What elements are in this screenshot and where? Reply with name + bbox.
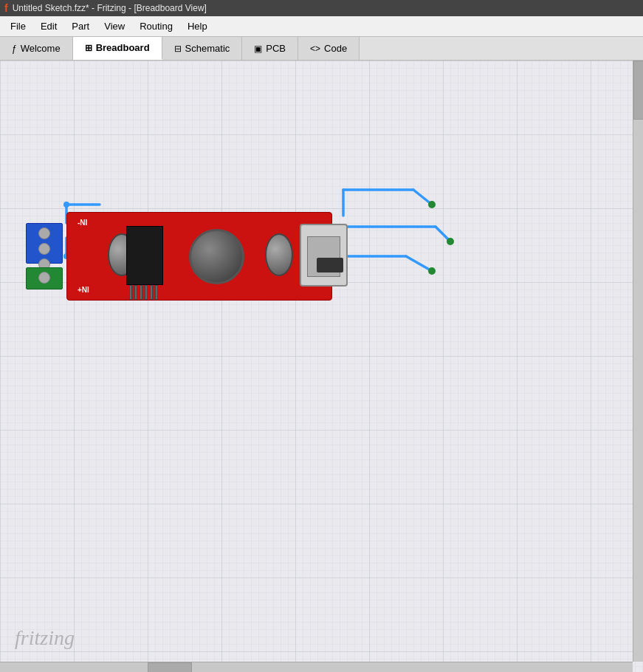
- tab-welcome[interactable]: ƒ Welcome: [0, 37, 73, 60]
- menu-bar: File Edit Part View Routing Help: [0, 16, 643, 37]
- window-title: Untitled Sketch.fzz* - Fritzing - [Bread…: [13, 3, 207, 13]
- menu-file[interactable]: File: [3, 18, 33, 34]
- terminal-block-blue: [26, 223, 63, 264]
- app-icon: f: [4, 2, 8, 14]
- ic-pins: [129, 278, 160, 300]
- ic-pin-3: [140, 285, 142, 300]
- tab-breadboard[interactable]: ⊞ Breadboard: [73, 37, 162, 60]
- tab-pcb-label: PCB: [266, 43, 286, 54]
- usb-port: [317, 258, 343, 272]
- terminal-screw-4: [38, 272, 50, 284]
- menu-routing[interactable]: Routing: [132, 18, 180, 34]
- ic-pin-5: [150, 285, 153, 300]
- tab-schematic[interactable]: ⊟ Schematic: [162, 37, 243, 60]
- terminal-block-green: [26, 267, 63, 289]
- terminal-block: [26, 223, 63, 289]
- ni-top-label: -NI: [78, 219, 87, 227]
- pcb-icon: ▣: [254, 44, 262, 54]
- tab-code[interactable]: <> Code: [298, 37, 360, 60]
- code-icon: <>: [310, 44, 320, 54]
- ic-chip: [126, 226, 163, 285]
- tab-bar: ƒ Welcome ⊞ Breadboard ⊟ Schematic ▣ PCB…: [0, 37, 643, 61]
- menu-view[interactable]: View: [97, 18, 132, 34]
- ic-pin-6: [155, 285, 158, 300]
- ic-pin-2: [134, 285, 137, 300]
- svg-rect-2: [0, 61, 643, 672]
- inductor: [189, 229, 244, 284]
- tab-welcome-label: Welcome: [21, 43, 61, 54]
- canvas-area[interactable]: -NI +NI: [0, 61, 643, 672]
- tab-schematic-label: Schematic: [185, 43, 230, 54]
- ic-pin-4: [145, 285, 148, 300]
- breadboard-icon: ⊞: [85, 43, 92, 53]
- scrollbar-bottom[interactable]: [0, 662, 633, 672]
- scrollbar-bottom-thumb[interactable]: [148, 662, 192, 672]
- fritzing-logo: fritzing: [15, 626, 75, 650]
- menu-edit[interactable]: Edit: [33, 18, 64, 34]
- terminal-screw-1: [38, 227, 50, 239]
- tab-code-label: Code: [324, 43, 347, 54]
- scrollbar-right-thumb[interactable]: [633, 61, 643, 120]
- scrollbar-right[interactable]: [633, 61, 643, 662]
- schematic-icon: ⊟: [174, 44, 182, 54]
- tab-pcb[interactable]: ▣ PCB: [242, 37, 298, 60]
- welcome-icon: ƒ: [12, 44, 17, 54]
- grid-background: [0, 61, 643, 672]
- usb-connector: [300, 224, 348, 287]
- capacitor-right: [265, 233, 293, 276]
- pcb-board: -NI +NI: [66, 212, 332, 301]
- ic-pin-1: [129, 285, 132, 300]
- ni-bottom-label: +NI: [78, 286, 89, 294]
- menu-help[interactable]: Help: [180, 18, 215, 34]
- usb-inner: [307, 236, 340, 277]
- title-bar: f Untitled Sketch.fzz* - Fritzing - [Bre…: [0, 0, 643, 16]
- menu-part[interactable]: Part: [64, 18, 97, 34]
- tab-breadboard-label: Breadboard: [96, 42, 150, 53]
- logo-text: fritzing: [15, 626, 75, 649]
- terminal-screw-2: [38, 243, 50, 255]
